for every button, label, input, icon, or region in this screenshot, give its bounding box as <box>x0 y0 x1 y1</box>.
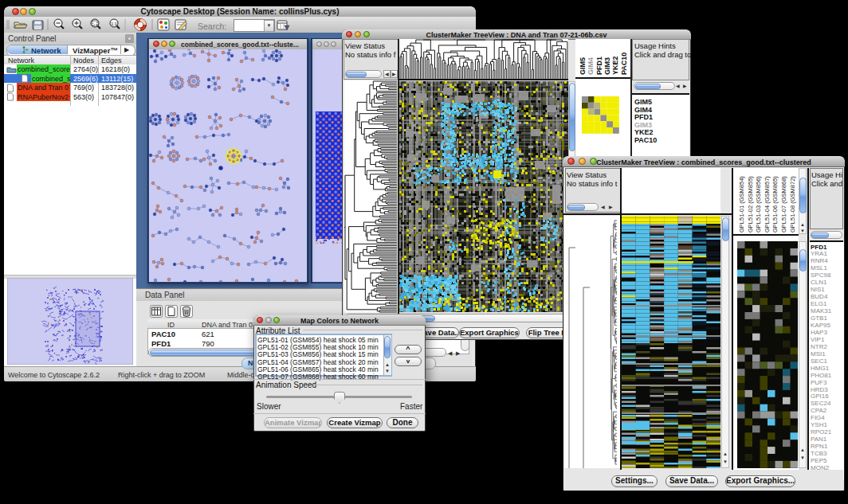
svg-text:1:1: 1:1 <box>111 21 117 26</box>
